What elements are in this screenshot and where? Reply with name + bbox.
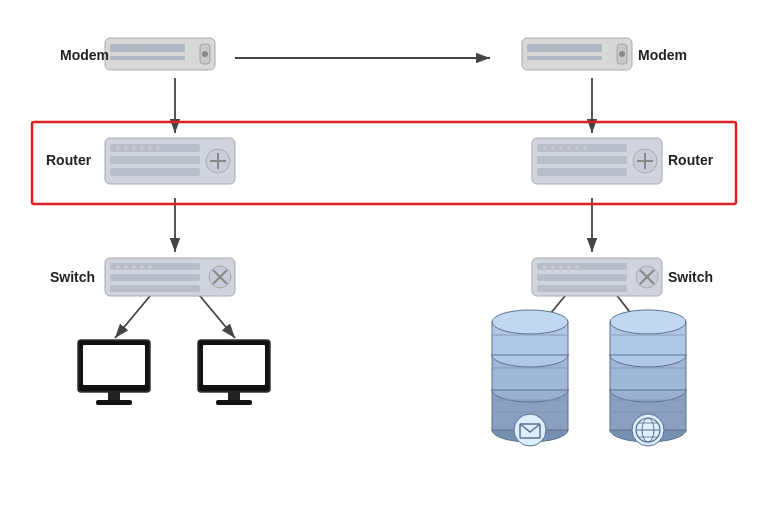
svg-point-73 — [559, 265, 563, 269]
svg-point-61 — [132, 265, 136, 269]
svg-rect-56 — [110, 263, 200, 270]
svg-rect-44 — [537, 156, 627, 164]
svg-point-38 — [156, 146, 160, 150]
svg-point-98 — [514, 414, 546, 446]
svg-point-35 — [132, 146, 136, 150]
svg-point-49 — [567, 146, 571, 150]
svg-point-34 — [124, 146, 128, 150]
svg-point-36 — [140, 146, 144, 150]
svg-rect-30 — [110, 144, 200, 152]
svg-rect-31 — [110, 156, 200, 164]
modem-right-label: Modem — [638, 47, 687, 63]
svg-point-15 — [131, 46, 136, 51]
svg-point-71 — [543, 265, 547, 269]
svg-rect-69 — [537, 274, 627, 281]
svg-point-75 — [575, 265, 579, 269]
svg-point-93 — [492, 310, 568, 334]
svg-rect-43 — [537, 144, 627, 152]
svg-point-33 — [116, 146, 120, 150]
svg-rect-58 — [110, 285, 200, 292]
svg-rect-57 — [110, 274, 200, 281]
svg-rect-45 — [537, 168, 627, 176]
svg-point-63 — [148, 265, 152, 269]
svg-point-47 — [551, 146, 555, 150]
svg-rect-68 — [537, 263, 627, 270]
svg-point-59 — [116, 265, 120, 269]
svg-rect-20 — [522, 38, 632, 70]
svg-rect-80 — [83, 345, 145, 385]
modem-left-label: Modem — [60, 47, 109, 63]
svg-point-28 — [619, 51, 625, 57]
svg-point-106 — [610, 310, 686, 334]
router-left-label: Router — [46, 152, 92, 168]
svg-rect-32 — [110, 168, 200, 176]
svg-point-51 — [583, 146, 587, 150]
svg-point-19 — [202, 51, 208, 57]
svg-point-62 — [140, 265, 144, 269]
svg-point-25 — [556, 46, 561, 51]
svg-point-17 — [147, 46, 152, 51]
svg-point-46 — [543, 146, 547, 150]
router-right-label: Router — [668, 152, 714, 168]
svg-rect-82 — [96, 400, 132, 405]
svg-point-48 — [559, 146, 563, 150]
svg-rect-11 — [105, 38, 215, 70]
svg-rect-84 — [203, 345, 265, 385]
svg-point-23 — [540, 46, 545, 51]
network-diagram: Modem Modem Router — [0, 0, 768, 510]
switch-left-label: Switch — [50, 269, 95, 285]
switch-right-label: Switch — [668, 269, 713, 285]
svg-point-24 — [548, 46, 553, 51]
svg-rect-86 — [216, 400, 252, 405]
svg-rect-70 — [537, 285, 627, 292]
svg-rect-13 — [110, 56, 185, 60]
svg-rect-22 — [527, 56, 602, 60]
svg-point-72 — [551, 265, 555, 269]
svg-point-50 — [575, 146, 579, 150]
svg-point-26 — [564, 46, 569, 51]
svg-point-74 — [567, 265, 571, 269]
svg-point-37 — [148, 146, 152, 150]
svg-point-60 — [124, 265, 128, 269]
svg-point-14 — [123, 46, 128, 51]
svg-point-16 — [139, 46, 144, 51]
